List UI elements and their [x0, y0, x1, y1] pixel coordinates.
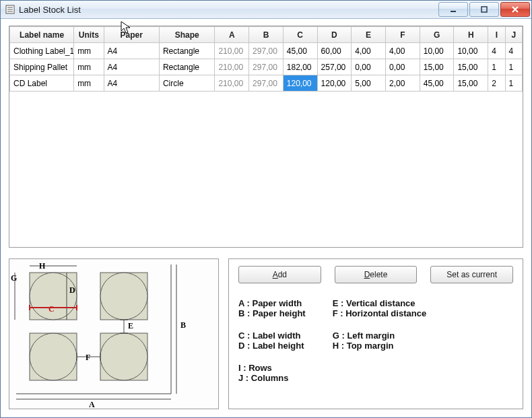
app-icon [5, 4, 15, 15]
diagram-letter-e: E [128, 321, 133, 330]
grid-header-row: Label name Units Paper Shape A B C D E F… [10, 27, 523, 43]
diagram-letter-a: A [89, 400, 95, 409]
diagram-letter-g: G [11, 273, 17, 283]
delete-button[interactable]: Delete [335, 266, 418, 283]
cell-c[interactable]: 182,00 [283, 59, 317, 75]
legend-b: B : Paper height [238, 308, 306, 318]
legend-f: F : Horizontal distance [333, 308, 426, 318]
maximize-button[interactable] [469, 2, 499, 17]
cell-a[interactable]: 210,00 [215, 75, 249, 92]
cell-shape[interactable]: Circle [159, 75, 214, 92]
cell-g[interactable]: 10,00 [420, 43, 454, 59]
legend-g: G : Left margin [333, 330, 426, 341]
col-header-shape[interactable]: Shape [159, 27, 214, 43]
diagram-letter-f: F [86, 353, 90, 362]
col-header-d[interactable]: D [317, 27, 352, 43]
svg-point-17 [100, 333, 147, 380]
cell-paper[interactable]: A4 [104, 43, 159, 59]
cell-d[interactable]: 120,00 [317, 75, 352, 92]
cell-paper[interactable]: A4 [104, 75, 159, 92]
add-button-rest: dd [278, 270, 287, 279]
cell-paper[interactable]: A4 [104, 59, 159, 75]
cell-f[interactable]: 0,00 [385, 59, 420, 75]
close-button[interactable] [500, 2, 530, 17]
cell-b[interactable]: 297,00 [249, 43, 284, 59]
client-area: Label name Units Paper Shape A B C D E F… [1, 19, 531, 417]
cell-h[interactable]: 15,00 [454, 75, 488, 92]
col-header-f[interactable]: F [385, 27, 420, 43]
cell-name[interactable]: Shipping Pallet [10, 59, 74, 75]
col-header-i[interactable]: I [488, 27, 505, 43]
right-panel: Add Delete Set as current A : Paper widt… [228, 258, 523, 409]
col-header-label-name[interactable]: Label name [10, 27, 74, 43]
cell-h[interactable]: 15,00 [454, 59, 488, 75]
legend-d: D : Label height [238, 341, 306, 351]
minimize-button[interactable] [438, 2, 468, 17]
col-header-units[interactable]: Units [74, 27, 104, 43]
window-title: Label Stock List [19, 5, 438, 15]
cell-g[interactable]: 15,00 [420, 59, 454, 75]
col-header-g[interactable]: G [420, 27, 454, 43]
col-header-b[interactable]: B [249, 27, 284, 43]
diagram-letter-b: B [180, 320, 186, 330]
cell-units[interactable]: mm [74, 75, 104, 92]
cell-d[interactable]: 257,00 [317, 59, 352, 75]
col-header-j[interactable]: J [505, 27, 523, 43]
cell-j[interactable]: 4 [505, 43, 523, 59]
col-header-a[interactable]: A [215, 27, 249, 43]
legend-h: H : Top margin [333, 341, 426, 351]
cell-c[interactable]: 45,00 [283, 43, 317, 59]
svg-rect-5 [481, 7, 487, 12]
legend-c: C : Label width [238, 330, 306, 341]
col-header-paper[interactable]: Paper [104, 27, 159, 43]
cell-name[interactable]: Clothing Label_1 [10, 43, 74, 59]
cell-c[interactable]: 120,00 [283, 75, 317, 92]
add-button[interactable]: Add [238, 266, 321, 283]
cell-a[interactable]: 210,00 [215, 59, 249, 75]
legend-i: I : Rows [238, 363, 306, 373]
titlebar: Label Stock List [1, 1, 531, 19]
diagram-letter-c: C [48, 304, 55, 314]
legend-a: A : Paper width [238, 298, 306, 308]
legend-e: E : Vertical distance [333, 298, 426, 308]
diagram-letter-d: D [69, 285, 75, 295]
cell-f[interactable]: 2,00 [385, 75, 420, 92]
cell-units[interactable]: mm [74, 59, 104, 75]
lower-pane: H G D C E F A B Add Delete Set as c [9, 258, 523, 409]
col-header-e[interactable]: E [352, 27, 386, 43]
cell-e[interactable]: 5,00 [352, 75, 386, 92]
cell-f[interactable]: 4,00 [385, 43, 420, 59]
table-row[interactable]: CD LabelmmA4Circle210,00297,00120,00120,… [10, 75, 523, 92]
set-as-current-button[interactable]: Set as current [430, 266, 513, 283]
cell-a[interactable]: 210,00 [215, 43, 249, 59]
delete-button-rest: elete [370, 270, 387, 279]
cell-d[interactable]: 60,00 [317, 43, 352, 59]
legend: A : Paper width B : Paper height C : Lab… [238, 298, 513, 392]
cell-i[interactable]: 1 [488, 59, 505, 75]
cell-name[interactable]: CD Label [10, 75, 74, 92]
cell-b[interactable]: 297,00 [249, 59, 284, 75]
cell-i[interactable]: 2 [488, 75, 505, 92]
cell-e[interactable]: 4,00 [352, 43, 386, 59]
cell-shape[interactable]: Rectangle [159, 59, 214, 75]
cell-j[interactable]: 1 [505, 75, 523, 92]
label-stock-grid[interactable]: Label name Units Paper Shape A B C D E F… [9, 26, 523, 248]
cell-j[interactable]: 1 [505, 59, 523, 75]
cell-b[interactable]: 297,00 [249, 75, 284, 92]
table-row[interactable]: Shipping PalletmmA4Rectangle210,00297,00… [10, 59, 523, 75]
col-header-h[interactable]: H [454, 27, 488, 43]
cell-shape[interactable]: Rectangle [159, 43, 214, 59]
svg-point-15 [30, 333, 77, 380]
cell-i[interactable]: 4 [488, 43, 505, 59]
col-header-c[interactable]: C [283, 27, 317, 43]
table-row[interactable]: Clothing Label_1mmA4Rectangle210,00297,0… [10, 43, 523, 59]
button-row: Add Delete Set as current [238, 266, 513, 283]
diagram-letter-h: H [39, 261, 46, 271]
cell-e[interactable]: 0,00 [352, 59, 386, 75]
svg-point-13 [100, 273, 147, 320]
set-as-current-label: Set as current [446, 270, 497, 279]
legend-j: J : Columns [238, 373, 306, 383]
cell-units[interactable]: mm [74, 43, 104, 59]
cell-h[interactable]: 10,00 [454, 43, 488, 59]
cell-g[interactable]: 45,00 [420, 75, 454, 92]
